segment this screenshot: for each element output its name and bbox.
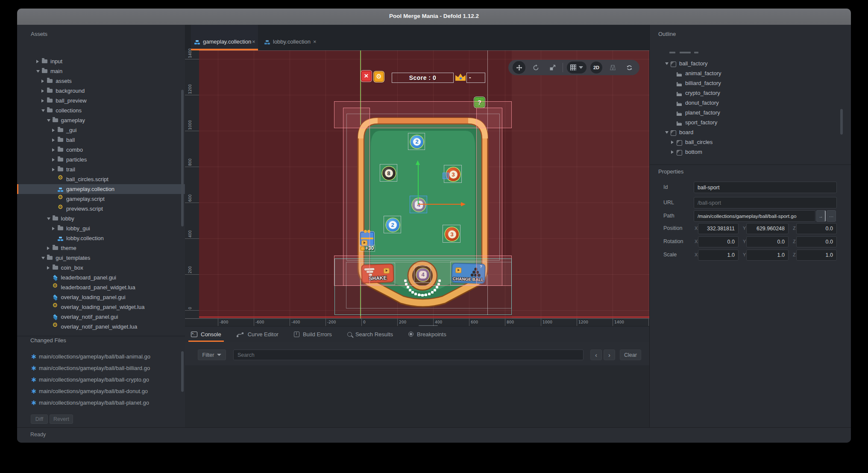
- chevron-right-icon[interactable]: [52, 148, 55, 152]
- chevron-right-icon[interactable]: [671, 141, 674, 144]
- position-y-input[interactable]: [746, 223, 789, 234]
- gizmo-xy-plane-handle[interactable]: [443, 173, 449, 179]
- chevron-right-icon[interactable]: [47, 247, 50, 250]
- chevron-down-icon[interactable]: [665, 131, 669, 134]
- assets-tree-item[interactable]: theme: [17, 243, 185, 253]
- changed-file-item[interactable]: ∗main/collections/gameplay/ball/ball-pla…: [17, 397, 185, 408]
- scene-viewport[interactable]: × ⚙ Score : 0 - ? +30 SHAKE: [199, 50, 649, 318]
- tab-close-icon[interactable]: ×: [252, 38, 255, 45]
- assets-tree-item[interactable]: gameplay.collection: [17, 184, 185, 194]
- chevron-down-icon[interactable]: [665, 62, 669, 65]
- path-goto-button[interactable]: →: [816, 210, 826, 222]
- assets-tree-item[interactable]: lobby: [17, 214, 185, 223]
- chevron-right-icon[interactable]: [52, 168, 55, 171]
- assets-tree-item[interactable]: gameplay: [17, 115, 185, 125]
- outline-tree-item[interactable]: donut_factory: [650, 98, 851, 108]
- outline-scrollbar[interactable]: [840, 109, 843, 135]
- chevron-right-icon[interactable]: [52, 227, 55, 230]
- game-close-button[interactable]: ×: [361, 70, 372, 82]
- assets-tree-item[interactable]: ⚙gameplay.script: [17, 194, 185, 204]
- outline-tree-item[interactable]: ball_factory: [650, 59, 851, 68]
- chevron-down-icon[interactable]: [41, 109, 45, 112]
- outline-tree-item[interactable]: animal_factory: [650, 68, 851, 78]
- assets-tree-item[interactable]: main: [17, 66, 185, 76]
- assets-tree-item[interactable]: coin_box: [17, 263, 185, 273]
- assets-scrollbar[interactable]: [181, 90, 184, 226]
- assets-tree-item[interactable]: particles: [17, 155, 185, 165]
- rotation-x-input[interactable]: [698, 236, 739, 247]
- assets-tree-item[interactable]: input: [17, 56, 185, 66]
- console-tab-breakpoints[interactable]: Breakpoints: [408, 326, 446, 342]
- outline-tree-item[interactable]: billiard_factory: [650, 78, 851, 88]
- revert-button[interactable]: Revert: [50, 414, 73, 424]
- filter-dropdown[interactable]: Filter: [198, 350, 226, 360]
- grid-toggle-button[interactable]: [567, 62, 586, 73]
- assets-tree-item[interactable]: lobby_gui: [17, 223, 185, 233]
- id-input[interactable]: [694, 182, 837, 193]
- assets-tree-item[interactable]: ⚙overlay_loading_panel_widget.lua: [17, 302, 185, 312]
- assets-tree-item[interactable]: collections: [17, 106, 185, 115]
- assets-tree-item[interactable]: ball_preview: [17, 96, 185, 106]
- console-output[interactable]: [185, 365, 649, 427]
- console-search-input[interactable]: [233, 350, 584, 360]
- assets-tree-item[interactable]: ⚙previews.script: [17, 204, 185, 214]
- assets-tree-item[interactable]: overlay_notif_panel.gui: [17, 312, 185, 322]
- scale-z-input[interactable]: [796, 250, 837, 261]
- assets-tree-item[interactable]: ⚙leaderboard_panel_widget.lua: [17, 282, 185, 292]
- game-settings-button[interactable]: ⚙: [373, 71, 384, 82]
- scale-y-input[interactable]: [746, 250, 789, 261]
- changed-file-item[interactable]: ∗main/collections/gameplay/ball/ball-bil…: [17, 362, 185, 374]
- assets-tree-item[interactable]: ball: [17, 135, 185, 145]
- next-match-button[interactable]: ›: [604, 350, 615, 360]
- changed-file-item[interactable]: ∗main/collections/gameplay/ball/ball-cry…: [17, 374, 185, 385]
- outline-tree-item[interactable]: board: [650, 127, 851, 137]
- console-tab-build-errors[interactable]: Build Errors: [294, 326, 332, 342]
- prev-match-button[interactable]: ‹: [590, 350, 602, 360]
- gizmo-x-axis[interactable]: [418, 204, 461, 205]
- chevron-down-icon[interactable]: [47, 119, 50, 122]
- scale-tool-button[interactable]: [546, 61, 559, 74]
- path-input[interactable]: [694, 210, 815, 222]
- assets-tree-item[interactable]: ⚙ball_circles.script: [17, 174, 185, 184]
- assets-tree-item[interactable]: lobby.collection: [17, 233, 185, 243]
- assets-tree-item[interactable]: overlay_loading_panel.gui: [17, 292, 185, 302]
- assets-tree-item[interactable]: background: [17, 86, 185, 96]
- chevron-right-icon[interactable]: [36, 60, 39, 63]
- perspective-toggle-button[interactable]: [606, 61, 619, 74]
- chevron-down-icon[interactable]: [36, 70, 40, 73]
- assets-tree-item[interactable]: ⚙overlay_notif_panel_widget.lua: [17, 322, 185, 332]
- tab-close-icon[interactable]: ×: [313, 38, 317, 45]
- chevron-down-icon[interactable]: [579, 66, 583, 69]
- chevron-right-icon[interactable]: [41, 99, 44, 103]
- assets-tree-item[interactable]: assets: [17, 76, 185, 86]
- console-tab-search-results[interactable]: Search Results: [347, 326, 393, 342]
- move-tool-button[interactable]: [513, 61, 525, 74]
- outline-tree-item[interactable]: crypto_factory: [650, 88, 851, 98]
- 2d-mode-toggle[interactable]: 2D: [590, 62, 602, 73]
- chevron-down-icon[interactable]: [47, 217, 50, 220]
- tab-lobby-collection[interactable]: lobby.collection ×: [261, 25, 319, 50]
- chevron-right-icon[interactable]: [52, 129, 55, 132]
- url-input[interactable]: [694, 197, 837, 209]
- assets-tree-item[interactable]: gui_templates: [17, 253, 185, 263]
- outline-tree-item[interactable]: planet_factory: [650, 108, 851, 118]
- rotation-z-input[interactable]: [796, 236, 837, 247]
- position-x-input[interactable]: [698, 223, 739, 234]
- chevron-right-icon[interactable]: [671, 150, 674, 154]
- path-browse-button[interactable]: …: [827, 210, 836, 222]
- gizmo-y-axis[interactable]: [418, 165, 419, 204]
- assets-tree-item[interactable]: combo: [17, 145, 185, 155]
- assets-tree-item[interactable]: trail: [17, 165, 185, 174]
- chevron-right-icon[interactable]: [52, 158, 55, 162]
- tab-gameplay-collection[interactable]: gameplay.collection ×: [191, 25, 258, 50]
- console-tab-console[interactable]: Console: [191, 326, 221, 342]
- changed-file-item[interactable]: ∗main/collections/gameplay/ball/ball-ani…: [17, 351, 185, 362]
- rotation-y-input[interactable]: [746, 236, 789, 247]
- chevron-down-icon[interactable]: [41, 257, 45, 259]
- chevron-right-icon[interactable]: [41, 79, 44, 83]
- chevron-right-icon[interactable]: [47, 266, 50, 270]
- reload-button[interactable]: [623, 61, 636, 74]
- chevron-right-icon[interactable]: [52, 138, 55, 142]
- assets-tree-item[interactable]: leaderboard_panel.gui: [17, 273, 185, 282]
- outline-tree-item[interactable]: sport_factory: [650, 118, 851, 127]
